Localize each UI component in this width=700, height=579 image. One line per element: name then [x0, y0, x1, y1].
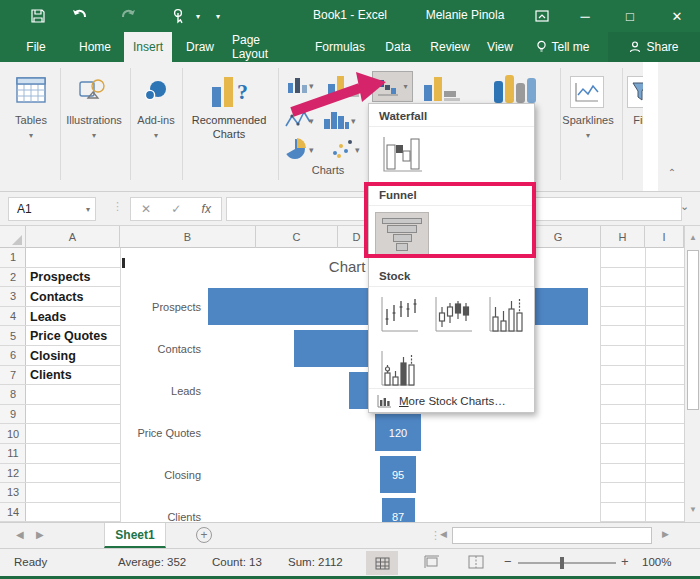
- stock-ohlc-item[interactable]: [429, 293, 477, 337]
- waterfall-gallery-item[interactable]: [375, 133, 429, 177]
- save-icon[interactable]: [28, 6, 48, 26]
- column-header-a[interactable]: A: [26, 226, 120, 248]
- cell-a6[interactable]: Closing: [30, 346, 140, 366]
- vertical-scrollbar[interactable]: ▲ ▼: [684, 226, 700, 522]
- name-box-caret-icon[interactable]: ▾: [86, 205, 90, 214]
- view-normal-button[interactable]: [366, 551, 398, 575]
- row-header-11[interactable]: 11: [0, 444, 26, 464]
- tables-label[interactable]: Tables: [8, 114, 54, 126]
- row-header-4[interactable]: 4: [0, 307, 26, 327]
- row-header-9[interactable]: 9: [0, 405, 26, 425]
- tables-icon[interactable]: [14, 74, 48, 106]
- add-ins-icon[interactable]: [136, 74, 176, 106]
- vertical-scroll-thumb[interactable]: [687, 250, 699, 410]
- cell-a7[interactable]: Clients: [30, 366, 140, 386]
- tables-caret[interactable]: ▾: [8, 128, 54, 140]
- zoom-slider-thumb[interactable]: [560, 557, 564, 569]
- more-stock-charts-item[interactable]: More Stock Charts…: [369, 388, 534, 412]
- scroll-down-icon[interactable]: ▼: [685, 500, 700, 520]
- formula-bar-expand-icon[interactable]: ⌄: [680, 200, 689, 213]
- undo-icon[interactable]: [70, 6, 90, 26]
- page-break-view-icon[interactable]: [468, 555, 484, 569]
- tab-view[interactable]: View: [482, 32, 518, 62]
- add-sheet-button[interactable]: +: [196, 527, 212, 543]
- name-box[interactable]: A1 ▾: [8, 197, 96, 221]
- zoom-level[interactable]: 100%: [642, 556, 671, 568]
- cell-a4[interactable]: Leads: [30, 307, 140, 327]
- cell-a3[interactable]: Contacts: [30, 287, 140, 307]
- redo-icon[interactable]: [118, 6, 138, 26]
- tab-insert[interactable]: Insert: [124, 32, 172, 62]
- sparklines-caret[interactable]: ▾: [558, 128, 618, 140]
- touch-mouse-mode-icon[interactable]: [168, 6, 188, 26]
- column-header-c[interactable]: C: [256, 226, 338, 248]
- insert-pie-chart-icon[interactable]: ▾: [284, 138, 316, 164]
- restore-button[interactable]: □: [615, 4, 645, 28]
- ribbon-display-options-icon[interactable]: [527, 4, 557, 28]
- cell-a2[interactable]: Prospects: [30, 268, 140, 288]
- tab-file[interactable]: File: [18, 32, 54, 62]
- stock-hlc-item[interactable]: [375, 293, 423, 337]
- tab-formulas[interactable]: Formulas: [310, 32, 370, 62]
- add-ins-label[interactable]: Add-ins: [134, 114, 178, 126]
- page-layout-view-icon[interactable]: [424, 555, 440, 569]
- row-header-12[interactable]: 12: [0, 464, 26, 484]
- worksheet[interactable]: ABCDEFGHI 1234567891011121314 ProspectsC…: [0, 226, 700, 522]
- enter-formula-icon[interactable]: ✓: [171, 202, 181, 216]
- recommended-charts-icon[interactable]: ?: [206, 72, 252, 112]
- close-button[interactable]: ✕: [662, 4, 692, 28]
- sparklines-label[interactable]: Sparklines: [558, 114, 618, 126]
- row-header-1[interactable]: 1: [0, 248, 26, 268]
- insert-function-icon[interactable]: fx: [202, 202, 211, 216]
- cancel-formula-icon[interactable]: ✕: [141, 202, 151, 216]
- illustrations-label[interactable]: Illustrations: [62, 114, 126, 126]
- sparklines-icon[interactable]: [570, 76, 604, 108]
- tab-page-layout[interactable]: Page Layout: [228, 32, 300, 62]
- insert-line-chart-icon[interactable]: ▾: [284, 110, 316, 134]
- zoom-out-icon[interactable]: −: [504, 554, 512, 569]
- tab-review[interactable]: Review: [426, 32, 474, 62]
- collapse-ribbon-icon[interactable]: ⌃: [664, 168, 680, 180]
- insert-histogram-chart-icon[interactable]: ▾: [322, 109, 358, 135]
- row-header-7[interactable]: 7: [0, 366, 26, 386]
- horizontal-scrollbar[interactable]: [452, 527, 652, 544]
- cell-a5[interactable]: Price Quotes: [30, 326, 140, 346]
- row-header-8[interactable]: 8: [0, 385, 26, 405]
- row-header-5[interactable]: 5: [0, 326, 26, 346]
- row-header-10[interactable]: 10: [0, 424, 26, 444]
- stock-vohlc-item[interactable]: [375, 347, 423, 391]
- tab-home[interactable]: Home: [72, 32, 118, 62]
- signed-in-user[interactable]: Melanie Pinola: [420, 8, 510, 22]
- share-button[interactable]: Share: [608, 32, 700, 62]
- insert-column-chart-icon[interactable]: ▾: [286, 75, 316, 99]
- hscroll-left-icon[interactable]: ◀: [440, 529, 447, 539]
- illustrations-caret[interactable]: ▾: [62, 128, 126, 140]
- touch-mode-caret-icon[interactable]: ▾: [188, 6, 208, 26]
- illustrations-icon[interactable]: [76, 74, 112, 106]
- column-header-h[interactable]: H: [601, 226, 645, 248]
- stock-vhlc-item[interactable]: [483, 293, 531, 337]
- column-header-i[interactable]: I: [645, 226, 684, 248]
- insert-bar-chart-icon[interactable]: [326, 74, 362, 102]
- hscroll-right-icon[interactable]: ▶: [662, 529, 669, 539]
- row-header-6[interactable]: 6: [0, 346, 26, 366]
- zoom-in-icon[interactable]: +: [621, 554, 629, 569]
- scroll-up-icon[interactable]: ▲: [685, 228, 700, 248]
- next-sheet-icon[interactable]: ▶: [36, 529, 44, 540]
- row-header-3[interactable]: 3: [0, 287, 26, 307]
- minimize-button[interactable]: ─: [570, 4, 600, 28]
- tab-draw[interactable]: Draw: [180, 32, 220, 62]
- insert-waterfall-chart-button[interactable]: ▾: [372, 71, 413, 102]
- customize-qat-icon[interactable]: ▾: [208, 6, 228, 26]
- prev-sheet-icon[interactable]: ◀: [16, 529, 24, 540]
- recommended-charts-label[interactable]: Recommended Charts: [186, 114, 272, 142]
- tab-tell-me[interactable]: Tell me: [528, 32, 598, 62]
- sheet-tab-sheet1[interactable]: Sheet1: [104, 523, 166, 548]
- row-header-13[interactable]: 13: [0, 483, 26, 503]
- tab-data[interactable]: Data: [380, 32, 416, 62]
- column-header-b[interactable]: B: [120, 226, 256, 248]
- funnel-gallery-item[interactable]: [375, 212, 429, 256]
- row-header-14[interactable]: 14: [0, 503, 26, 523]
- select-all-corner[interactable]: [0, 226, 26, 248]
- zoom-slider[interactable]: [518, 562, 616, 564]
